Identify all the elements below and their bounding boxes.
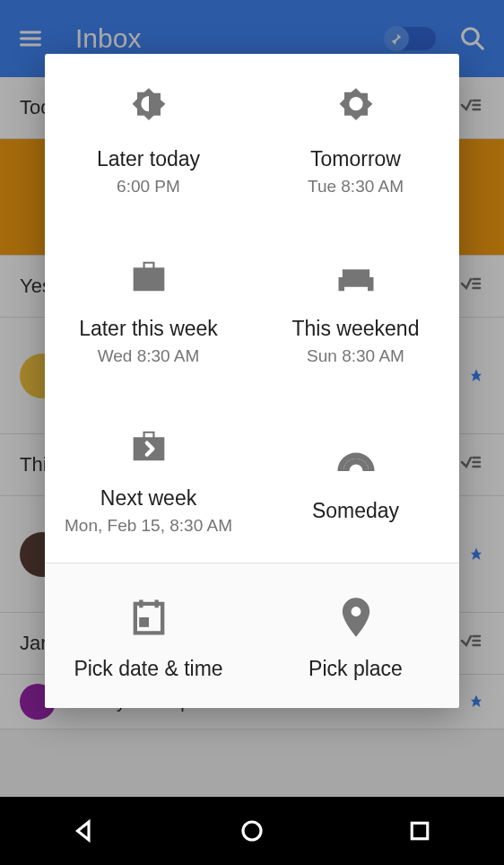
svg-rect-5: [413, 823, 429, 839]
couch-icon: [333, 254, 379, 301]
sun-icon: [333, 84, 379, 131]
briefcase-next-icon: [126, 424, 172, 470]
option-title: Pick place: [308, 657, 403, 681]
option-sub: Wed 8:30 AM: [98, 346, 200, 366]
back-button[interactable]: [71, 817, 98, 844]
option-title: Tomorrow: [310, 147, 401, 171]
option-title: Someday: [312, 499, 399, 523]
option-sub: Mon, Feb 15, 8:30 AM: [65, 516, 232, 536]
rainbow-icon: [333, 436, 379, 483]
snooze-later-today[interactable]: Later today 6:00 PM: [45, 54, 252, 223]
svg-point-1: [349, 97, 362, 110]
option-title: Pick date & time: [74, 657, 222, 681]
option-title: Next week: [100, 486, 196, 511]
snooze-next-week[interactable]: Next week Mon, Feb 15, 8:30 AM: [45, 393, 252, 563]
option-sub: 6:00 PM: [117, 177, 180, 197]
snooze-someday[interactable]: Someday: [252, 393, 459, 563]
option-title: Later this week: [79, 317, 218, 341]
recents-button[interactable]: [406, 817, 433, 844]
briefcase-icon: [126, 254, 172, 301]
snooze-later-week[interactable]: Later this week Wed 8:30 AM: [45, 223, 252, 393]
snooze-pick-place[interactable]: Pick place: [252, 564, 459, 708]
svg-rect-2: [139, 617, 149, 627]
snooze-grid: Later today 6:00 PM Tomorrow Tue 8:30 AM…: [45, 54, 459, 563]
android-nav-bar: [0, 797, 504, 865]
brightness-icon: [126, 84, 172, 131]
snooze-pick-date[interactable]: Pick date & time: [45, 564, 252, 708]
location-icon: [333, 594, 379, 641]
option-title: This weekend: [292, 317, 420, 341]
calendar-icon: [126, 594, 172, 641]
home-button[interactable]: [239, 817, 265, 844]
snooze-dialog: Later today 6:00 PM Tomorrow Tue 8:30 AM…: [45, 54, 459, 708]
option-sub: Sun 8:30 AM: [307, 346, 404, 366]
option-sub: Tue 8:30 AM: [308, 177, 404, 197]
snooze-weekend[interactable]: This weekend Sun 8:30 AM: [252, 223, 459, 393]
svg-point-4: [243, 822, 261, 840]
snooze-tomorrow[interactable]: Tomorrow Tue 8:30 AM: [252, 54, 459, 223]
snooze-custom-row: Pick date & time Pick place: [45, 563, 459, 708]
option-title: Later today: [97, 147, 200, 171]
svg-point-3: [351, 607, 361, 616]
